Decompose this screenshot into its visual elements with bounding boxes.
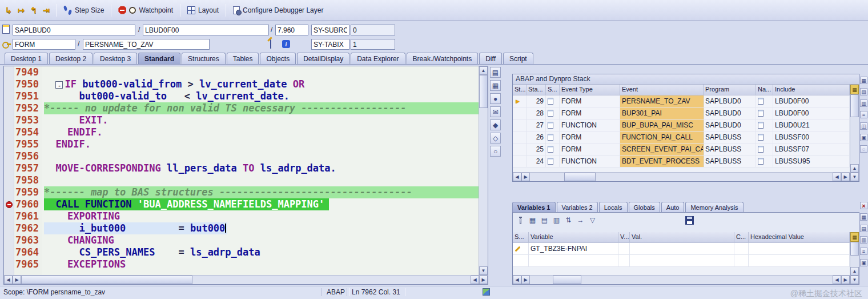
scrollbar-track[interactable] <box>530 276 553 284</box>
list-view-icon[interactable]: ▤ <box>860 225 867 232</box>
scrollbar-thumb[interactable] <box>850 242 859 256</box>
breakpoint-gutter-cell[interactable] <box>4 90 14 102</box>
scrollbar-track[interactable] <box>530 173 564 181</box>
tab-data-explorer[interactable]: Data Explorer <box>351 53 405 64</box>
code-line[interactable]: -IF but000-valid_from > lv_current_date … <box>44 78 479 90</box>
list-view-icon[interactable]: ▤ <box>860 88 867 95</box>
tab-variables-1[interactable]: Variables 1 <box>512 202 556 212</box>
program-field[interactable] <box>13 25 135 35</box>
editor-horizontal-scrollbar[interactable]: ◀ ▶ ◀ ▶ <box>4 275 488 284</box>
code-line[interactable]: EXCEPTIONS <box>44 258 479 270</box>
mail-icon[interactable]: ✉ <box>490 106 501 117</box>
variables-vertical-scrollbar[interactable]: ▦ ▲ ▼ <box>850 232 859 284</box>
fold-collapse-icon[interactable]: - <box>55 81 63 89</box>
stack-row[interactable]: 27FUNCTIONBUP_BUPA_PAI_MISCSAPLBUD0LBUD0… <box>513 119 850 131</box>
step-into-button[interactable]: ↳ <box>2 4 15 17</box>
lock-icon[interactable]: ◆ <box>490 119 501 130</box>
continue-button[interactable]: ⇥ <box>40 4 53 17</box>
tab-script[interactable]: Script <box>503 53 533 64</box>
scroll-up-button[interactable]: ▲ <box>850 164 859 173</box>
code-line[interactable]: but000-valid_to < lv_current_date. <box>44 90 479 102</box>
scroll-right-button[interactable]: ▶ <box>841 276 850 284</box>
scrollbar-thumb[interactable] <box>553 276 581 284</box>
variable-value[interactable] <box>630 255 734 266</box>
scrollbar-track[interactable] <box>596 173 833 181</box>
configure-debugger-layer-button[interactable]: Configure Debugger Layer <box>230 5 327 15</box>
line-number[interactable]: 7960 <box>14 198 39 210</box>
breakpoint-gutter-cell[interactable] <box>4 102 14 114</box>
tab-locals[interactable]: Locals <box>599 202 628 212</box>
line-number[interactable]: 7961 <box>14 210 39 222</box>
variable-value[interactable] <box>630 243 734 254</box>
menu-icon[interactable]: ≡ <box>860 111 867 118</box>
stack-event[interactable]: PERSNAME_TO_ZAV <box>620 95 704 107</box>
line-number[interactable]: 7951 <box>14 90 39 102</box>
breakpoint-gutter-cell[interactable] <box>4 186 14 198</box>
unlock-icon[interactable]: ◇ <box>490 133 501 143</box>
scroll-right-button[interactable]: ▶ <box>521 173 530 181</box>
variable-row[interactable] <box>513 255 850 267</box>
code-line[interactable]: ENDIF. <box>44 126 479 138</box>
code-text-area[interactable]: -IF but000-valid_from > lv_current_date … <box>42 66 479 275</box>
line-number[interactable]: 7957 <box>14 162 39 174</box>
scrollbar-track[interactable] <box>479 108 488 266</box>
scroll-down-button[interactable]: ▼ <box>850 173 859 181</box>
tab-diff[interactable]: Diff <box>479 53 502 64</box>
stack-row[interactable]: 25FORMSCREEN_EVENT_PAI_CA..SAPLBUSSLBUSS… <box>513 143 850 156</box>
code-line[interactable]: MOVE-CORRESPONDING ll_pers_data TO ls_ad… <box>44 162 479 174</box>
search-icon[interactable]: ○ <box>490 146 501 157</box>
stack-column-header-include[interactable]: Include <box>773 85 850 95</box>
tab-desktop-3[interactable]: Desktop 3 <box>94 53 137 64</box>
code-line[interactable]: i_but000 = but000 <box>44 222 479 234</box>
breakpoint-gutter-cell[interactable] <box>4 78 14 90</box>
scrollbar-track[interactable] <box>581 276 833 284</box>
scroll-left-button[interactable]: ◀ <box>4 276 13 284</box>
stack-row[interactable]: 28FORMBUP301_PAISAPLBUD0LBUD0F00 <box>513 107 850 119</box>
stack-event[interactable]: BDT_EVENT_PROCESS <box>620 156 704 167</box>
save-icon[interactable] <box>685 216 694 225</box>
breakpoint-gutter[interactable] <box>4 66 14 275</box>
breakpoint-gutter-cell[interactable] <box>4 222 14 234</box>
scroll-up-button[interactable]: ▲ <box>850 267 859 276</box>
table-display-button[interactable]: ▦ <box>528 216 537 225</box>
scroll-right-button[interactable]: ▶ <box>521 276 530 284</box>
code-line[interactable] <box>44 174 479 186</box>
variables-horizontal-scrollbar[interactable]: ◀ ▶ ◀ ▶ <box>513 275 850 284</box>
stack-row[interactable]: 26FORMFUNCTION_PAI_CALLSAPLBUSSLBUSSF00 <box>513 131 850 143</box>
column-config-icon[interactable]: ▦ <box>850 85 859 94</box>
layout-button[interactable]: Layout <box>184 5 222 15</box>
split-view-icon[interactable]: ◫ <box>860 122 867 130</box>
editor-vertical-scrollbar[interactable]: ▲ ▼ <box>479 66 488 275</box>
breakpoint-gutter-cell[interactable] <box>4 174 14 186</box>
scrollbar-track[interactable] <box>850 256 859 267</box>
stack-event[interactable]: BUP301_PAI <box>620 107 704 119</box>
table-columns-button[interactable]: ▥ <box>552 216 561 225</box>
table-edit-icon[interactable] <box>270 39 271 49</box>
line-number[interactable]: 7953 <box>14 114 39 126</box>
tab-break-watchpoints[interactable]: Break./Watchpoints <box>407 53 479 64</box>
stack-column-header-st[interactable]: St... <box>513 85 527 95</box>
scrollbar-thumb[interactable] <box>479 75 488 108</box>
variables-column-header-val[interactable]: Val. <box>630 232 734 243</box>
breakpoint-gutter-cell[interactable] <box>4 150 14 162</box>
scroll-right-button[interactable]: ▶ <box>13 276 21 284</box>
menu-icon[interactable]: ≡ <box>860 248 867 255</box>
stack-column-header-event-type[interactable]: Event Type <box>560 85 620 95</box>
variables-column-header-v[interactable]: V... <box>618 232 630 243</box>
breakpoint-gutter-cell[interactable] <box>4 198 14 210</box>
table-view-icon[interactable]: ▦ <box>860 213 867 221</box>
code-line[interactable] <box>44 150 479 162</box>
code-line[interactable]: CALL FUNCTION 'BUA_ADDRESS_NAMEFIELDS_MA… <box>44 198 479 210</box>
line-number[interactable]: 7954 <box>14 126 39 138</box>
breakpoints-icon[interactable]: ● <box>490 93 501 104</box>
watchpoint-button[interactable]: Watchpoint <box>115 5 176 15</box>
sy-subrc-label-field[interactable] <box>311 25 349 35</box>
breakpoint-gutter-cell[interactable] <box>4 126 14 138</box>
table-view-icon[interactable]: ▦ <box>860 77 867 84</box>
code-line[interactable]: EXPORTING <box>44 210 479 222</box>
detail-view-icon[interactable]: ▣ <box>860 134 867 141</box>
variable-name[interactable]: GT_TBZ3E-FNPAI <box>529 243 618 254</box>
column-config-icon[interactable]: ▥ <box>860 236 867 244</box>
tab-globals[interactable]: Globals <box>629 202 660 212</box>
breakpoint-gutter-cell[interactable] <box>4 66 14 78</box>
